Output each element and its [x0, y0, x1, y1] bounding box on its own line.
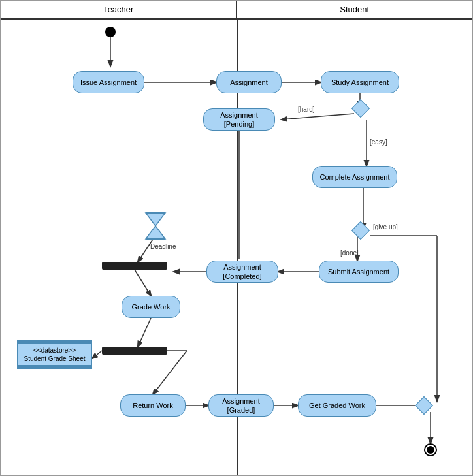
easy-label: [easy]: [370, 138, 387, 146]
study-assignment-node: Study Assignment: [321, 71, 399, 93]
svg-line-4: [282, 114, 354, 119]
teacher-lane-header: Teacher: [1, 1, 237, 18]
svg-line-14: [135, 270, 151, 296]
svg-line-18: [92, 351, 102, 358]
submit-assignment-node: Submit Assignment: [319, 261, 399, 283]
svg-line-15: [138, 318, 151, 347]
grade-work-node: Grade Work: [122, 296, 180, 318]
student-grade-sheet-node: <<datastore>> Student Grade Sheet: [17, 340, 92, 369]
giveup-label: [give up]: [373, 223, 398, 230]
assignment-pending-node: Assignment [Pending]: [203, 108, 275, 131]
diamond-2-node: [354, 224, 367, 237]
svg-line-17: [153, 351, 187, 394]
diagram-container: Teacher Student: [0, 0, 473, 476]
svg-line-13: [138, 232, 157, 262]
return-work-node: Return Work: [120, 394, 186, 417]
fork-join-1: [102, 262, 167, 270]
deadline-label: Deadline: [150, 243, 176, 250]
initial-node: [105, 27, 116, 37]
assignment-graded-node: Assignment [Graded]: [208, 394, 274, 417]
student-lane-header: Student: [237, 1, 473, 18]
assignment-completed-node: Assignment [Completed]: [206, 261, 278, 283]
done-label: [done]: [340, 249, 359, 257]
issue-assignment-node: Issue Assignment: [73, 71, 144, 93]
hard-label: [hard]: [298, 106, 315, 113]
svg-marker-23: [146, 213, 165, 239]
assignment-node: Assignment: [216, 71, 282, 93]
diamond-1-node: [354, 102, 367, 115]
get-graded-work-node: Get Graded Work: [298, 394, 376, 417]
final-node: [424, 443, 437, 456]
fork-join-2: [102, 347, 167, 355]
diamond-3-node: [417, 399, 431, 412]
complete-assignment-node: Complete Assignment: [312, 166, 397, 188]
